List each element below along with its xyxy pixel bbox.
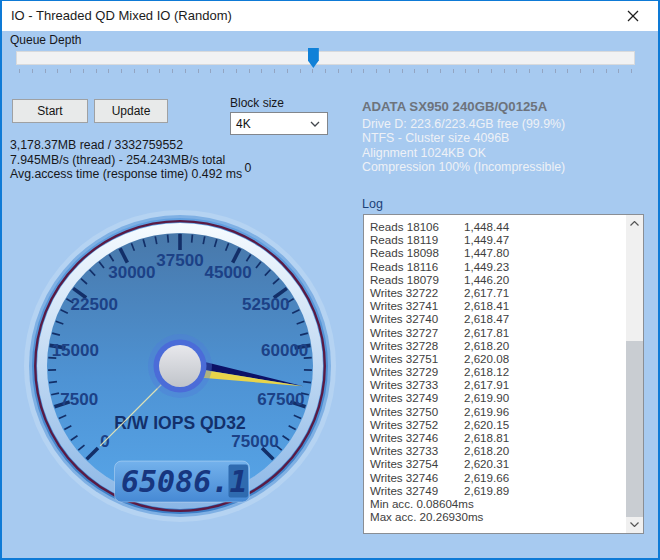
log-row[interactable]: Writes 327492,619.90 xyxy=(370,391,625,404)
log-row[interactable]: Writes 327332,618.20 xyxy=(370,444,625,457)
log-row[interactable]: Reads 181061,448.44 xyxy=(370,220,625,233)
slider-tick xyxy=(274,69,275,73)
scroll-up-button[interactable] xyxy=(626,215,643,232)
slider-tick xyxy=(351,69,352,73)
block-size-select[interactable]: 4K xyxy=(230,112,328,135)
log-op: Writes 32754 xyxy=(370,457,464,470)
slider-tick xyxy=(567,69,568,73)
slider-tick xyxy=(172,69,173,73)
log-value: 1,446.20 xyxy=(464,273,625,286)
drive-free-space: Drive D: 223.6/223.4GB free (99.9%) xyxy=(362,117,565,131)
slider-tick xyxy=(210,69,211,73)
log-value: 1,449.47 xyxy=(464,233,625,246)
log-value: 2,617.91 xyxy=(464,378,625,391)
slider-tick xyxy=(121,69,122,73)
title-bar: IO - Threaded QD Mixed IO (Random) xyxy=(2,1,658,31)
log-value: 2,617.71 xyxy=(464,286,625,299)
log-row[interactable]: Writes 327462,619.66 xyxy=(370,471,625,484)
slider-tick xyxy=(491,69,492,73)
log-listbox[interactable]: Reads 181061,448.44Reads 181191,449.47Re… xyxy=(363,214,644,534)
drive-info: Drive D: 223.6/223.4GB free (99.9%) NTFS… xyxy=(362,117,565,174)
log-row[interactable]: Writes 327222,617.71 xyxy=(370,286,625,299)
slider-tick xyxy=(440,69,441,73)
log-value: 2,619.66 xyxy=(464,471,625,484)
svg-text:45000: 45000 xyxy=(204,263,251,282)
log-value: 2,618.81 xyxy=(464,431,625,444)
slider-tick xyxy=(593,69,594,73)
log-row[interactable]: Writes 327522,620.15 xyxy=(370,418,625,431)
log-op: Writes 32727 xyxy=(370,326,464,339)
queue-depth-slider-thumb[interactable] xyxy=(308,48,319,68)
log-row[interactable]: Writes 327542,620.31 xyxy=(370,457,625,470)
log-row[interactable]: Writes 327512,620.08 xyxy=(370,352,625,365)
log-value: 2,620.31 xyxy=(464,457,625,470)
update-button[interactable]: Update xyxy=(94,99,168,123)
log-row[interactable]: Reads 181191,449.47 xyxy=(370,233,625,246)
log-row[interactable]: Writes 327332,617.91 xyxy=(370,378,625,391)
threads-value: 0 xyxy=(238,161,258,175)
log-row[interactable]: Writes 327292,618.12 xyxy=(370,365,625,378)
slider-tick xyxy=(236,69,237,73)
svg-text:37500: 37500 xyxy=(156,251,203,270)
app-window: IO - Threaded QD Mixed IO (Random) Queue… xyxy=(0,0,660,560)
slider-tick xyxy=(504,69,505,73)
start-button[interactable]: Start xyxy=(12,99,88,123)
slider-tick xyxy=(606,69,607,73)
slider-tick xyxy=(147,69,148,73)
log-row[interactable]: Reads 180981,447.80 xyxy=(370,246,625,259)
queue-depth-slider-track[interactable] xyxy=(16,51,635,65)
log-value: 1,448.44 xyxy=(464,220,625,233)
queue-depth-slider-ticks xyxy=(19,69,632,73)
svg-text:7500: 7500 xyxy=(60,390,98,409)
drive-filesystem: NTFS - Cluster size 4096B xyxy=(362,131,565,145)
log-op: Writes 32749 xyxy=(370,391,464,404)
slider-tick xyxy=(108,69,109,73)
log-op: Writes 32728 xyxy=(370,339,464,352)
log-row[interactable]: Reads 180791,446.20 xyxy=(370,273,625,286)
slider-tick xyxy=(414,69,415,73)
log-row[interactable]: Writes 327502,619.96 xyxy=(370,405,625,418)
svg-text:75000: 75000 xyxy=(231,432,278,451)
svg-text:67500: 67500 xyxy=(257,390,304,409)
log-row[interactable]: Reads 181161,449.23 xyxy=(370,260,625,273)
log-value: 2,618.20 xyxy=(464,444,625,457)
log-scrollbar[interactable] xyxy=(626,215,643,533)
svg-text:65086.: 65086. xyxy=(121,464,229,499)
log-value: 2,618.20 xyxy=(464,339,625,352)
slider-tick xyxy=(516,69,517,73)
log-row[interactable]: Writes 327272,617.81 xyxy=(370,326,625,339)
scrollbar-thumb[interactable] xyxy=(626,341,643,517)
log-op: Writes 32733 xyxy=(370,378,464,391)
slider-tick xyxy=(185,69,186,73)
throughput-stats: 3,178.37MB read / 3332759552 7.945MB/s (… xyxy=(10,138,242,182)
block-size-value: 4K xyxy=(236,117,310,131)
slider-tick xyxy=(198,69,199,73)
drive-alignment: Alignment 1024KB OK xyxy=(362,146,565,160)
log-summary-row[interactable]: Max acc. 20.26930ms xyxy=(370,510,625,523)
slider-tick xyxy=(363,69,364,73)
scroll-down-button[interactable] xyxy=(626,516,643,533)
log-row[interactable]: Writes 327402,618.47 xyxy=(370,312,625,325)
window-title: IO - Threaded QD Mixed IO (Random) xyxy=(11,8,232,23)
slider-tick xyxy=(338,69,339,73)
slider-tick xyxy=(249,69,250,73)
close-button[interactable] xyxy=(612,1,654,31)
svg-text:1: 1 xyxy=(229,464,247,499)
log-op: Writes 32729 xyxy=(370,365,464,378)
slider-tick xyxy=(83,69,84,73)
slider-tick xyxy=(70,69,71,73)
log-op: Writes 32750 xyxy=(370,405,464,418)
log-value: 1,449.23 xyxy=(464,260,625,273)
log-summary-row[interactable]: Min acc. 0.08604ms xyxy=(370,497,625,510)
slider-tick xyxy=(529,69,530,73)
log-op: Reads 18106 xyxy=(370,220,464,233)
log-row[interactable]: Writes 327492,619.89 xyxy=(370,484,625,497)
slider-tick xyxy=(376,69,377,73)
log-op: Reads 18119 xyxy=(370,233,464,246)
log-row[interactable]: Writes 327282,618.20 xyxy=(370,339,625,352)
log-row[interactable]: Writes 327412,618.41 xyxy=(370,299,625,312)
queue-depth-label: Queue Depth xyxy=(10,33,81,47)
log-value: 2,620.08 xyxy=(464,352,625,365)
log-row[interactable]: Writes 327462,618.81 xyxy=(370,431,625,444)
log-value: 2,619.89 xyxy=(464,484,625,497)
